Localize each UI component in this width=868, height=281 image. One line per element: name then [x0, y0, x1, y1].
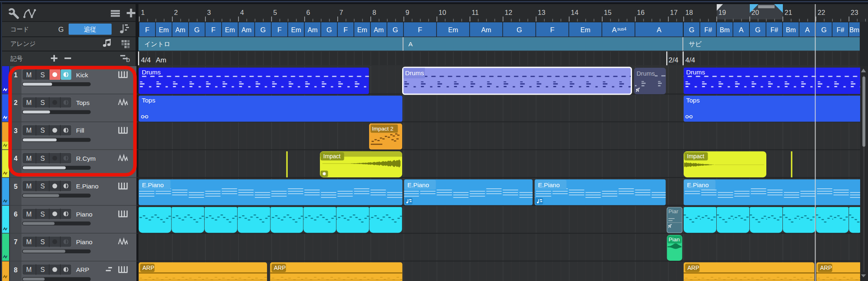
svg-text:G: G	[755, 26, 761, 34]
svg-text:G: G	[260, 26, 266, 34]
svg-text:G: G	[194, 26, 200, 34]
svg-text:Pian: Pian	[669, 236, 680, 243]
svg-text:S: S	[41, 238, 45, 245]
svg-text:16: 16	[637, 9, 644, 16]
svg-text:4/4: 4/4	[141, 56, 151, 64]
svg-text:Em: Em	[580, 26, 590, 33]
svg-text:アレンジ: アレンジ	[10, 40, 36, 47]
svg-text:Drums: Drums	[142, 69, 161, 76]
svg-text:F#: F#	[837, 26, 844, 33]
svg-text:S: S	[41, 211, 45, 218]
svg-text:Am: Am	[241, 26, 251, 33]
svg-text:b: b	[126, 56, 130, 64]
svg-text:ARP: ARP	[687, 264, 699, 271]
svg-text:Bm: Bm	[786, 26, 796, 33]
svg-text:M: M	[26, 71, 31, 79]
svg-text:G: G	[393, 26, 398, 34]
svg-text:G: G	[517, 26, 522, 34]
svg-text:E.Piano: E.Piano	[408, 181, 429, 188]
svg-text:Piar: Piar	[668, 208, 679, 214]
svg-text:4/4: 4/4	[685, 56, 695, 64]
svg-text:3: 3	[207, 9, 211, 16]
svg-text:Impact 2: Impact 2	[372, 126, 393, 132]
svg-text:S: S	[41, 183, 45, 190]
svg-text:14: 14	[571, 9, 578, 16]
svg-text:G: G	[58, 26, 64, 33]
svg-text:E.Piano: E.Piano	[687, 181, 709, 188]
svg-text:2: 2	[14, 99, 18, 106]
svg-text:8: 8	[14, 267, 18, 274]
svg-text:7: 7	[339, 9, 343, 16]
svg-text:A: A	[612, 26, 617, 34]
svg-text:Drums: Drums	[637, 70, 655, 77]
svg-text:M: M	[26, 266, 31, 273]
svg-text:F: F	[343, 26, 348, 34]
svg-text:A: A	[805, 26, 810, 34]
svg-text:Drums: Drums	[405, 69, 424, 76]
svg-text:4: 4	[14, 155, 18, 162]
svg-text:コード: コード	[10, 26, 29, 33]
svg-text:ARP: ARP	[820, 264, 832, 271]
svg-text:S: S	[41, 71, 45, 79]
svg-text:6: 6	[306, 9, 310, 16]
svg-text:F: F	[145, 26, 149, 34]
svg-text:3: 3	[14, 127, 18, 134]
svg-text:Bm: Bm	[849, 26, 859, 33]
svg-text:A: A	[739, 26, 744, 34]
svg-text:A: A	[657, 26, 662, 34]
svg-text:E.Piano: E.Piano	[142, 181, 164, 188]
svg-text:Em: Em	[448, 26, 458, 33]
svg-text:22: 22	[818, 9, 825, 16]
svg-text:Piano: Piano	[76, 211, 93, 218]
svg-text:Am: Am	[308, 26, 317, 33]
svg-text:Bm: Bm	[720, 26, 730, 33]
svg-text:F: F	[550, 26, 554, 34]
svg-text:記号: 記号	[10, 55, 23, 62]
svg-text:Impact: Impact	[687, 153, 704, 160]
svg-text:F: F	[277, 26, 281, 34]
svg-text:Am: Am	[374, 26, 384, 33]
svg-text:5: 5	[14, 183, 18, 190]
svg-text:Kick: Kick	[76, 71, 88, 79]
svg-text:21: 21	[785, 9, 792, 16]
svg-text:Drums: Drums	[686, 69, 705, 76]
svg-text:M: M	[26, 99, 31, 106]
svg-text:イントロ: イントロ	[144, 40, 170, 48]
svg-text:1: 1	[141, 9, 145, 16]
svg-text:R.Cym: R.Cym	[76, 155, 95, 162]
svg-text:4: 4	[240, 9, 244, 16]
svg-text:ARP: ARP	[76, 266, 89, 273]
svg-text:F: F	[211, 26, 215, 34]
svg-text:1: 1	[14, 71, 18, 79]
svg-text:G: G	[689, 26, 694, 34]
svg-text:8: 8	[372, 9, 376, 16]
svg-text:M: M	[26, 211, 31, 218]
svg-text:サビ: サビ	[689, 40, 702, 48]
svg-text:sus4: sus4	[617, 26, 626, 31]
svg-text:A: A	[408, 40, 413, 48]
svg-text:23: 23	[851, 9, 858, 16]
svg-text:F: F	[418, 26, 422, 34]
svg-text:Em: Em	[159, 26, 169, 33]
svg-text:17: 17	[670, 9, 677, 16]
svg-text:6: 6	[14, 211, 18, 218]
svg-text:15: 15	[604, 9, 611, 16]
svg-text:M: M	[26, 183, 31, 190]
svg-text:M: M	[26, 127, 31, 134]
svg-text:9: 9	[405, 9, 409, 16]
svg-text:2/4: 2/4	[669, 56, 679, 64]
svg-text:18: 18	[685, 9, 693, 16]
svg-text:M: M	[26, 238, 31, 245]
svg-text:11: 11	[472, 9, 479, 16]
svg-text:Piano: Piano	[76, 238, 93, 245]
svg-text:5: 5	[273, 9, 277, 16]
svg-text:Em: Em	[225, 26, 235, 33]
svg-text:7: 7	[14, 238, 18, 245]
svg-text:F#: F#	[770, 26, 778, 33]
svg-text:Tops: Tops	[686, 97, 700, 104]
svg-text:Tops: Tops	[142, 97, 155, 104]
svg-text:Impact: Impact	[323, 153, 341, 160]
svg-text:Em: Em	[291, 26, 301, 33]
svg-text:10: 10	[439, 9, 446, 16]
svg-text:G: G	[327, 26, 332, 34]
